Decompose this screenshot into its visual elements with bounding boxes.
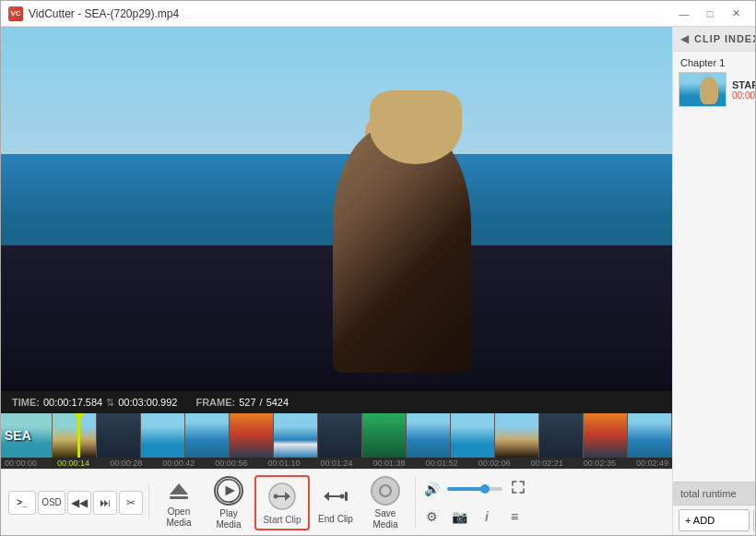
settings-button[interactable]: ⚙ bbox=[419, 505, 443, 529]
timeline-thumb bbox=[274, 413, 318, 458]
video-status-bar: TIME: 00:00:17.584 ⇅ 00:03:00.992 FRAME:… bbox=[1, 391, 672, 413]
fullscreen-icon bbox=[511, 480, 526, 497]
time-marker: 00:00:28 bbox=[110, 459, 142, 468]
save-media-button[interactable]: Save Media bbox=[361, 475, 409, 530]
clip-index-title: CLIP INDEX bbox=[694, 33, 755, 44]
cmd-button[interactable]: >_ bbox=[8, 491, 36, 515]
camera-button[interactable]: 📷 bbox=[447, 505, 471, 529]
next-chapter-icon: ⏭ bbox=[100, 496, 111, 509]
timeline-thumbs[interactable]: SEA bbox=[1, 413, 672, 458]
person-body bbox=[333, 127, 471, 374]
timeline-thumb bbox=[97, 413, 141, 458]
time-marker: 00:01:38 bbox=[373, 459, 406, 468]
info-icon: i bbox=[485, 509, 489, 524]
settings-row: ⚙ 📷 i ≡ bbox=[419, 505, 530, 529]
timeline-thumb bbox=[407, 413, 451, 458]
volume-button[interactable]: 🔊 bbox=[419, 477, 443, 501]
info-button[interactable]: i bbox=[475, 505, 499, 529]
end-clip-button[interactable]: End Clip bbox=[312, 475, 360, 530]
time-marker: 00:00:00 bbox=[5, 459, 37, 468]
title-bar: VC VidCutter - SEA-(720p29).mp4 — □ ✕ bbox=[1, 1, 755, 27]
title-bar-left: VC VidCutter - SEA-(720p29).mp4 bbox=[8, 6, 179, 21]
clip-item[interactable]: START 00:00:17.584 bbox=[679, 72, 755, 107]
right-toolbar: 🔊 bbox=[415, 477, 534, 529]
osd-button[interactable]: OSD bbox=[38, 491, 65, 515]
timeline-strip[interactable]: SEA bbox=[1, 413, 672, 458]
chapter-label: Chapter 1 bbox=[679, 57, 755, 68]
svg-rect-1 bbox=[170, 496, 188, 499]
time-marker: 00:02:49 bbox=[636, 459, 668, 468]
svg-point-8 bbox=[340, 494, 345, 499]
menu-button[interactable]: ≡ bbox=[502, 505, 526, 529]
clip-name: START bbox=[732, 79, 755, 90]
play-media-button[interactable]: Play Media bbox=[205, 475, 253, 530]
clip-list: Chapter 1 START 00:00:17.584 bbox=[673, 52, 755, 482]
remove-button[interactable]: REMOVE - bbox=[753, 509, 756, 531]
timeline-thumb bbox=[584, 413, 628, 458]
minimize-button[interactable]: — bbox=[672, 6, 696, 22]
frame-total: 5424 bbox=[266, 397, 289, 408]
eject-icon bbox=[164, 478, 194, 504]
timeline-thumb bbox=[362, 413, 407, 458]
scissors-icon: ✂ bbox=[126, 496, 136, 509]
start-clip-button[interactable]: Start Clip bbox=[254, 475, 310, 530]
timeline-thumb bbox=[628, 413, 672, 458]
svg-rect-9 bbox=[345, 492, 348, 501]
window-controls: — □ ✕ bbox=[672, 6, 748, 22]
timeline-thumb bbox=[451, 413, 495, 458]
person-hair bbox=[370, 90, 462, 164]
prev-chapter-icon: ◀◀ bbox=[71, 496, 88, 509]
camera-icon: 📷 bbox=[452, 509, 467, 524]
time-display: TIME: 00:00:17.584 ⇅ 00:03:00.992 bbox=[12, 397, 177, 409]
time-current: 00:00:17.584 bbox=[43, 397, 102, 408]
app-icon: VC bbox=[8, 6, 23, 21]
maximize-button[interactable]: □ bbox=[698, 6, 722, 22]
timeline-thumb bbox=[185, 413, 230, 458]
add-button[interactable]: + ADD bbox=[679, 509, 750, 531]
start-clip-label: Start Clip bbox=[263, 515, 301, 525]
toolbar: >_ OSD ◀◀ ⏭ ✂ bbox=[1, 469, 672, 535]
volume-slider-container[interactable] bbox=[447, 487, 502, 491]
next-chapter-button[interactable]: ⏭ bbox=[93, 491, 117, 515]
clip-thumb-person bbox=[700, 77, 718, 104]
svg-point-6 bbox=[274, 494, 278, 498]
video-frame[interactable] bbox=[1, 27, 672, 391]
volume-row: 🔊 bbox=[419, 477, 530, 501]
video-area[interactable]: TIME: 00:00:17.584 ⇅ 00:03:00.992 FRAME:… bbox=[1, 27, 672, 413]
menu-icon: ≡ bbox=[511, 509, 518, 524]
timeline-container[interactable]: SEA bbox=[1, 413, 672, 469]
open-media-button[interactable]: Open Media bbox=[155, 475, 203, 530]
close-button[interactable]: ✕ bbox=[724, 6, 748, 22]
add-remove-row: + ADD REMOVE - bbox=[673, 506, 755, 535]
timeline-time-bar: 00:00:00 00:00:14 00:00:28 00:00:42 00:0… bbox=[1, 458, 672, 469]
play-icon bbox=[214, 476, 243, 506]
scissors-button[interactable]: ✂ bbox=[119, 491, 143, 515]
time-marker: 00:00:42 bbox=[162, 459, 195, 468]
main-content: TIME: 00:00:17.584 ⇅ 00:03:00.992 FRAME:… bbox=[1, 27, 755, 535]
svg-marker-7 bbox=[324, 492, 329, 501]
gear-icon: ⚙ bbox=[426, 509, 438, 524]
end-clip-label: End Clip bbox=[318, 514, 353, 525]
playhead[interactable] bbox=[78, 413, 80, 458]
clip-thumbnail bbox=[679, 72, 726, 107]
app-window: VC VidCutter - SEA-(720p29).mp4 — □ ✕ bbox=[0, 0, 756, 536]
fullscreen-button[interactable] bbox=[506, 477, 530, 501]
timeline-thumb bbox=[141, 413, 185, 458]
window-title: VidCutter - SEA-(720p29).mp4 bbox=[29, 7, 179, 20]
frame-current: 527 bbox=[239, 397, 255, 408]
time-marker: 00:01:24 bbox=[320, 459, 352, 468]
timeline-thumb bbox=[539, 413, 584, 458]
start-clip-icon bbox=[266, 481, 298, 512]
sea-label: SEA bbox=[5, 428, 31, 443]
toolbar-separator bbox=[148, 484, 149, 521]
clip-index-header: ◀ CLIP INDEX bbox=[673, 27, 755, 52]
svg-marker-3 bbox=[226, 486, 236, 496]
end-clip-icon bbox=[321, 482, 350, 511]
volume-slider[interactable] bbox=[447, 487, 502, 491]
time-total: 00:03:00.992 bbox=[118, 397, 177, 408]
volume-knob[interactable] bbox=[480, 484, 490, 494]
prev-chapter-button[interactable]: ◀◀ bbox=[67, 491, 91, 515]
svg-marker-0 bbox=[170, 483, 188, 494]
time-marker: 00:01:10 bbox=[267, 459, 300, 468]
timeline-thumb bbox=[495, 413, 539, 458]
